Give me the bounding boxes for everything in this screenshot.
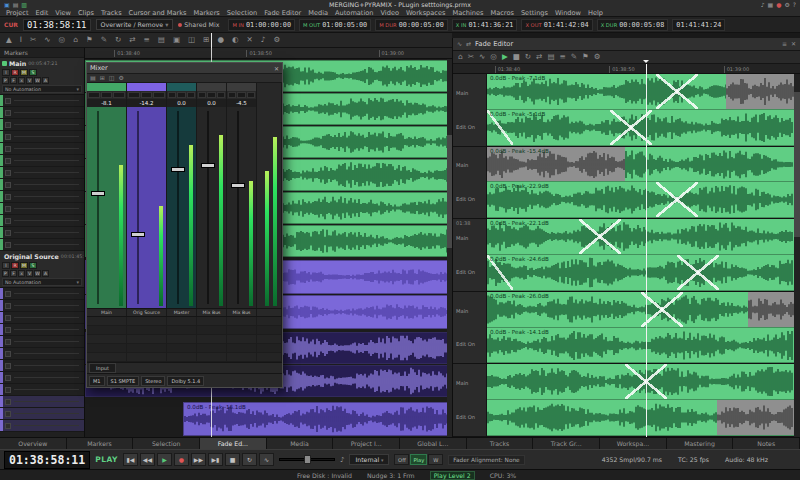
track-mini-button[interactable] bbox=[5, 351, 11, 357]
tab-selection[interactable]: Selection bbox=[133, 438, 200, 449]
routing-cell[interactable] bbox=[127, 326, 167, 334]
strip-button[interactable] bbox=[247, 92, 255, 98]
collapsed-track-row[interactable] bbox=[0, 155, 84, 167]
marker-flag-icon[interactable]: ⚑ bbox=[86, 36, 93, 44]
play-button[interactable]: ▶ bbox=[157, 453, 172, 466]
track-mini-button[interactable] bbox=[5, 387, 11, 393]
track-m-button[interactable]: M bbox=[20, 69, 28, 76]
add-view-icon[interactable]: ⊞ bbox=[203, 36, 209, 44]
timecode-field[interactable]: X IN01:41:36:21 bbox=[452, 19, 518, 31]
track-mini-button[interactable] bbox=[5, 158, 11, 164]
menu-item-project[interactable]: Project bbox=[6, 9, 29, 17]
track-f-button[interactable]: F bbox=[10, 77, 17, 84]
mixer-window-icon[interactable]: ▥ bbox=[21, 2, 27, 8]
track-header-1[interactable]: Main00:05:47:21IRMSPFxVWANo Automation▾ bbox=[0, 58, 84, 95]
routing-cell[interactable] bbox=[167, 317, 197, 325]
tab-workspa-[interactable]: Workspa... bbox=[600, 438, 667, 449]
loop-tool-icon[interactable]: ↻ bbox=[115, 36, 121, 44]
collapsed-track-row[interactable] bbox=[0, 215, 84, 227]
strip-button[interactable] bbox=[228, 92, 236, 98]
strip-button[interactable] bbox=[217, 92, 225, 98]
track-mini-button[interactable] bbox=[5, 218, 11, 224]
scrollbar-thumb[interactable] bbox=[447, 135, 452, 248]
automation-mode-select[interactable]: No Automation▾ bbox=[2, 85, 82, 93]
audio-clip-purple-bottom[interactable]: 0.0dB - Peak -16.1dB bbox=[183, 402, 450, 436]
collapsed-track-row[interactable] bbox=[0, 312, 84, 324]
routing-cell[interactable] bbox=[257, 317, 282, 325]
crossfade-marker[interactable] bbox=[656, 182, 698, 217]
track-mini-button[interactable] bbox=[5, 110, 11, 116]
monitor-speaker-icon[interactable]: ♪ bbox=[340, 456, 344, 464]
routing-cell[interactable] bbox=[197, 335, 227, 343]
track-w-button[interactable]: W bbox=[34, 77, 41, 84]
collapsed-track-row[interactable] bbox=[0, 203, 84, 215]
input-label[interactable]: Input bbox=[89, 363, 116, 373]
slider-thumb[interactable] bbox=[304, 455, 311, 464]
edit-pencil-icon[interactable]: ✎ bbox=[101, 36, 107, 44]
timecode-field[interactable]: M DUR00:00:05:00 bbox=[375, 19, 448, 31]
collapsed-track-row[interactable] bbox=[0, 300, 84, 312]
collapsed-track-row[interactable] bbox=[0, 179, 84, 191]
tab-track-gr-[interactable]: Track Gr... bbox=[533, 438, 600, 449]
strip-button[interactable] bbox=[128, 92, 140, 98]
track-r-button[interactable]: R bbox=[11, 262, 19, 269]
chase-w-button[interactable]: W bbox=[428, 454, 443, 465]
nudge-status[interactable]: Nudge 3: 1 Frm bbox=[367, 472, 415, 479]
routing-cell[interactable] bbox=[257, 344, 282, 352]
automation-mode-select[interactable]: No Automation▾ bbox=[2, 278, 82, 286]
menu-item-machines[interactable]: Machines bbox=[452, 9, 483, 17]
routing-cell[interactable] bbox=[127, 344, 167, 352]
contrast-icon[interactable]: ◐ bbox=[232, 36, 239, 44]
track-w-button[interactable]: W bbox=[34, 270, 41, 277]
track-mini-button[interactable] bbox=[5, 146, 11, 152]
strip-button[interactable] bbox=[237, 92, 245, 98]
collapsed-track-row[interactable] bbox=[0, 107, 84, 119]
routing-cell[interactable] bbox=[127, 317, 167, 325]
collapsed-track-row[interactable] bbox=[0, 167, 84, 179]
close-tool-icon[interactable]: ✕ bbox=[247, 36, 253, 44]
markers-track-row[interactable]: Markers bbox=[0, 48, 84, 58]
shuttle-slider[interactable] bbox=[279, 453, 335, 466]
routing-cell[interactable] bbox=[167, 326, 197, 334]
track-s-button[interactable]: S bbox=[29, 262, 37, 269]
menu-item-view[interactable]: View bbox=[55, 9, 71, 17]
fade-row-edit-status[interactable]: Edit On bbox=[456, 124, 483, 130]
strip-button[interactable] bbox=[153, 92, 165, 98]
fader-thumb[interactable] bbox=[231, 183, 245, 188]
fade-row-edit-status[interactable]: Edit On bbox=[456, 341, 483, 347]
routing-cell[interactable] bbox=[167, 353, 197, 361]
selection-tool-icon[interactable]: ▲ bbox=[6, 36, 12, 44]
track-v-button[interactable]: V bbox=[26, 270, 33, 277]
fade-cut-icon[interactable]: ✂ bbox=[468, 53, 474, 61]
routing-cell[interactable] bbox=[127, 335, 167, 343]
tab-notes[interactable]: Notes bbox=[733, 438, 800, 449]
settings-icon[interactable]: ⚙ bbox=[784, 2, 789, 8]
track-mini-button[interactable] bbox=[5, 399, 11, 405]
menu-item-cursor-and-marks[interactable]: Cursor and Marks bbox=[129, 9, 187, 17]
track-header-2[interactable]: Original Source00:01:45:23IRMSPFxVWANo A… bbox=[0, 251, 84, 288]
track-x-button[interactable]: x bbox=[18, 270, 25, 277]
track-a-button[interactable]: A bbox=[42, 77, 49, 84]
routing-cell[interactable] bbox=[197, 353, 227, 361]
collapsed-track-row[interactable] bbox=[0, 336, 84, 348]
track-r-button[interactable]: R bbox=[11, 69, 19, 76]
scrollbar-thumb[interactable] bbox=[794, 92, 800, 237]
track-mini-button[interactable] bbox=[5, 423, 11, 429]
routing-cell[interactable] bbox=[257, 335, 282, 343]
arrange-scrollbar[interactable] bbox=[447, 59, 452, 437]
app-icon[interactable]: ▣ bbox=[4, 2, 10, 8]
menu-item-media[interactable]: Media bbox=[308, 9, 328, 17]
fader-thumb[interactable] bbox=[91, 191, 105, 196]
timecode-field[interactable]: 01:41:41:24 bbox=[672, 19, 725, 31]
bus-label[interactable]: Dolby 5.1.4 bbox=[167, 376, 204, 386]
track-i-button[interactable]: I bbox=[2, 69, 10, 76]
fade-edit-icon[interactable]: ✎ bbox=[571, 53, 577, 61]
strip-button[interactable] bbox=[207, 92, 215, 98]
tab-mastering[interactable]: Mastering bbox=[667, 438, 734, 449]
track-mini-button[interactable] bbox=[5, 363, 11, 369]
tab-media[interactable]: Media bbox=[267, 438, 334, 449]
stop-button[interactable]: ■ bbox=[225, 453, 240, 466]
tab-tracks[interactable]: Tracks bbox=[467, 438, 534, 449]
goto-start-button[interactable]: ▮◀ bbox=[123, 453, 138, 466]
strip-button[interactable] bbox=[101, 92, 113, 98]
